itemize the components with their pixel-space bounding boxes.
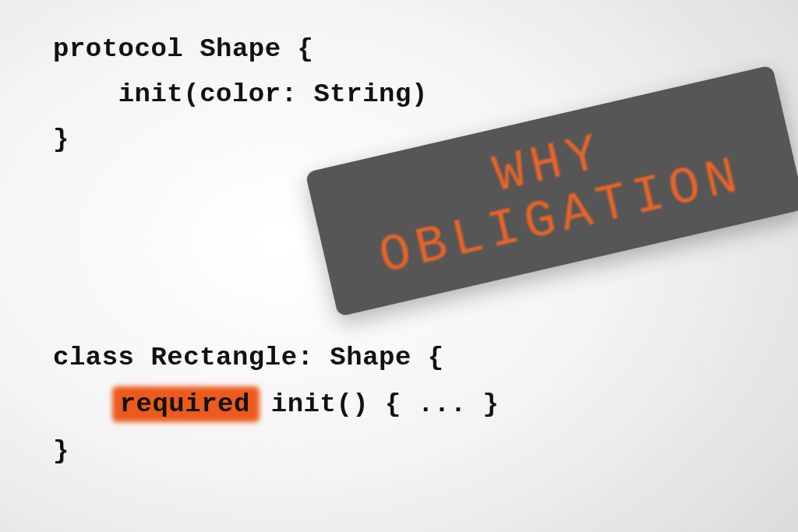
- code-line-3: }: [53, 125, 69, 154]
- code-line-5: required init() { ... }: [53, 389, 499, 419]
- required-keyword-highlight: required: [118, 389, 255, 419]
- code-text: init(color: String): [118, 79, 428, 109]
- code-line-1: protocol Shape {: [53, 34, 313, 64]
- required-keyword: required: [118, 389, 255, 419]
- code-indent: [53, 79, 118, 109]
- code-text: init() { ... }: [255, 389, 500, 419]
- code-line-4: class Rectangle: Shape {: [53, 343, 444, 372]
- code-line-2: init(color: String): [53, 79, 428, 109]
- slide-canvas: protocol Shape { init(color: String) } c…: [0, 0, 798, 532]
- code-line-6: }: [53, 436, 69, 466]
- code-indent: [53, 389, 118, 419]
